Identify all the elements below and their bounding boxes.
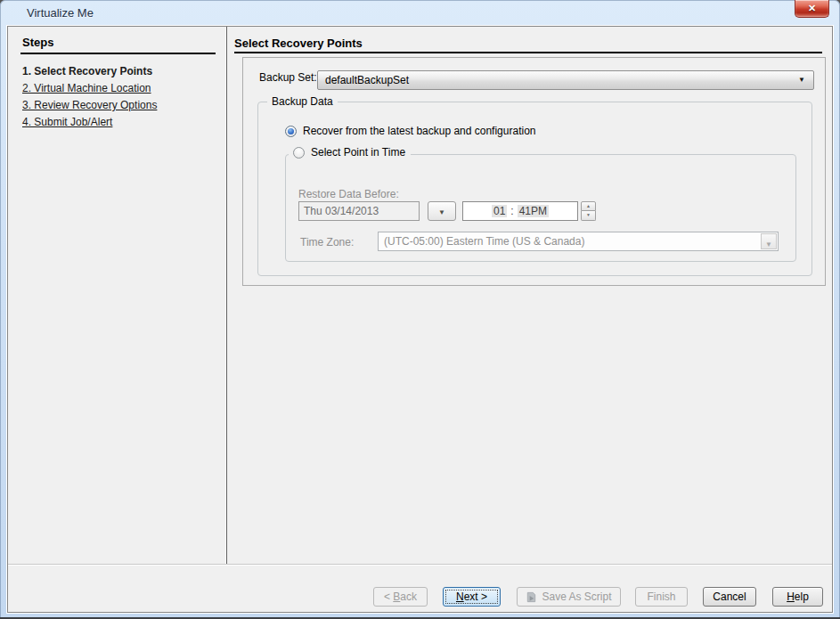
steps-header: Steps — [22, 36, 53, 49]
time-zone-value: (UTC-05:00) Eastern Time (US & Canada) — [384, 235, 584, 248]
radio-select-point-in-time-label: Select Point in Time — [311, 146, 405, 159]
arrow-up-icon: ▲ — [582, 202, 595, 210]
step-item-select-recovery-points: 1. Select Recovery Points — [22, 66, 157, 77]
restore-date-field[interactable]: Thu 03/14/2013 — [298, 201, 420, 221]
window-title: Virtualize Me — [27, 6, 94, 20]
help-button[interactable]: Help — [772, 587, 823, 607]
close-button[interactable]: ✕ — [795, 0, 829, 18]
save-as-script-button: Save As Script — [517, 587, 621, 607]
backup-set-label: Backup Set: — [259, 71, 317, 84]
chevron-down-icon: ▼ — [798, 76, 805, 84]
time-zone-label: Time Zone: — [300, 236, 354, 248]
restore-time-field[interactable]: 01 : 41PM — [462, 201, 578, 221]
next-button[interactable]: Next > — [443, 587, 501, 607]
script-icon — [526, 591, 537, 603]
restore-data-before-label: Restore Data Before: — [298, 188, 399, 200]
radio-recover-latest[interactable] — [285, 126, 297, 137]
steps-header-rule — [20, 53, 216, 54]
time-zone-dropdown-arrow[interactable]: ▼ — [761, 233, 777, 249]
back-button: < Back — [373, 587, 428, 607]
time-spinner: ▲ ▼ — [581, 201, 596, 221]
spinner-up-button[interactable]: ▲ — [581, 201, 596, 211]
step-item-submit-job-alert[interactable]: 4. Submit Job/Alert — [22, 117, 157, 127]
spinner-down-button[interactable]: ▼ — [581, 211, 596, 221]
radio-recover-latest-label: Recover from the latest backup and confi… — [303, 125, 535, 137]
button-bar: < Back Next > Save As Script Finish Canc… — [8, 564, 832, 612]
dialog-content: Steps 1. Select Recovery Points 2. Virtu… — [7, 26, 833, 613]
time-minute-value: 41PM — [518, 205, 549, 217]
cancel-button[interactable]: Cancel — [703, 587, 756, 607]
point-in-time-legend: Select Point in Time — [289, 146, 411, 159]
main-panel: Select Recovery Points Backup Set: defau… — [228, 27, 832, 564]
backup-set-dropdown[interactable]: defaultBackupSet ▼ — [317, 70, 814, 90]
backup-set-value: defaultBackupSet — [325, 74, 409, 86]
chevron-down-icon: ▼ — [438, 208, 445, 216]
step-item-review-recovery-options[interactable]: 3. Review Recovery Options — [22, 100, 157, 110]
time-hour-value: 01 — [492, 205, 507, 217]
dialog-window: Virtualize Me ✕ Steps 1. Select Recovery… — [0, 0, 840, 619]
sidebar-divider — [226, 27, 227, 564]
time-separator: : — [510, 205, 513, 217]
radio-row-latest-backup: Recover from the latest backup and confi… — [285, 125, 535, 137]
finish-button: Finish — [635, 587, 688, 607]
radio-select-point-in-time[interactable] — [293, 147, 305, 159]
step-item-virtual-machine-location[interactable]: 2. Virtual Machine Location — [22, 83, 157, 94]
steps-sidebar: Steps 1. Select Recovery Points 2. Virtu… — [8, 27, 225, 564]
time-zone-dropdown[interactable]: (UTC-05:00) Eastern Time (US & Canada) ▼ — [378, 232, 779, 251]
page-title-rule — [234, 52, 822, 53]
arrow-down-icon: ▼ — [582, 211, 595, 219]
recovery-points-panel: Backup Set: defaultBackupSet ▼ Backup Da… — [242, 57, 826, 286]
point-in-time-group: Select Point in Time Restore Data Before… — [285, 154, 796, 262]
close-icon: ✕ — [808, 3, 816, 13]
chevron-down-icon: ▼ — [765, 240, 772, 248]
page-title: Select Recovery Points — [234, 37, 363, 50]
backup-data-legend: Backup Data — [267, 95, 338, 108]
date-dropdown-button[interactable]: ▼ — [428, 201, 456, 221]
steps-list: 1. Select Recovery Points 2. Virtual Mac… — [22, 66, 157, 134]
backup-data-group: Backup Data Recover from the latest back… — [257, 102, 812, 276]
